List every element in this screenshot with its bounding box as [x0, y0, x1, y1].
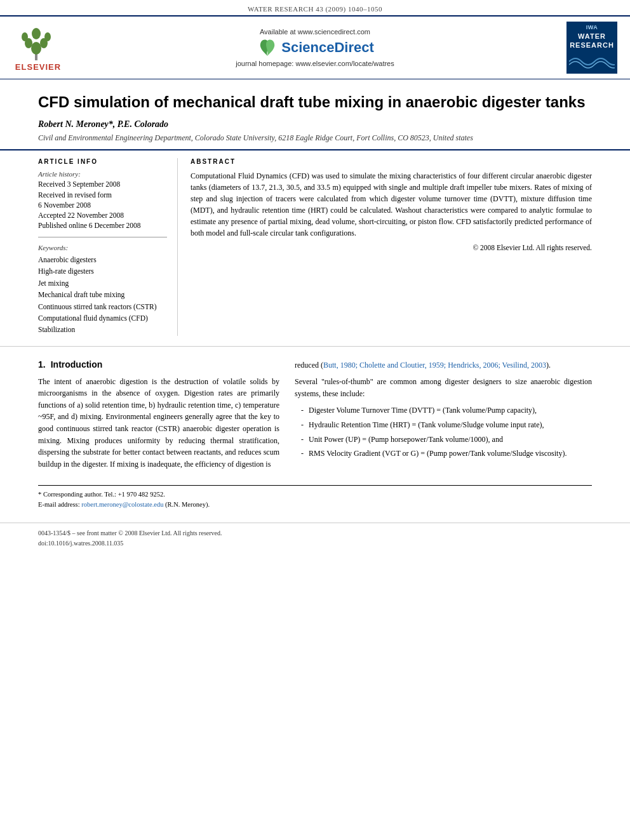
sciencedirect-leaves-icon	[256, 38, 279, 57]
elsevier-label: ELSEVIER	[15, 62, 61, 72]
intro-para3: Several "rules-of-thumb" are common amon…	[295, 376, 592, 399]
wr-wave-icon	[569, 52, 615, 71]
bullet-item: RMS Velocity Gradient (VGT or G) = (Pump…	[301, 448, 592, 460]
elsevier-logo: ELSEVIER	[13, 24, 64, 72]
abstract-paragraph: Computational Fluid Dynamics (CFD) was u…	[191, 170, 592, 239]
svg-point-6	[32, 28, 41, 39]
footnote-corresponding: * Corresponding author. Tel.: +1 970 482…	[38, 490, 592, 500]
introduction-right: reduced (Butt, 1980; Cholette and Clouti…	[295, 359, 592, 476]
journal-homepage: journal homepage: www.elsevier.com/locat…	[236, 60, 394, 67]
info-divider	[38, 237, 167, 237]
bullet-item: Unit Power (UP) = (Pump horsepower/Tank …	[301, 434, 592, 446]
bottom-bar: 0043-1354/$ – see front matter © 2008 El…	[0, 523, 630, 554]
svg-point-1	[31, 42, 41, 55]
footnote-email-suffix: (R.N. Meroney).	[163, 501, 210, 508]
page-wrapper: WATER RESEARCH 43 (2009) 1040–1050 ELSEV…	[0, 0, 630, 840]
sciencedirect-logo: ScienceDirect	[256, 38, 374, 57]
elsevier-tree-icon	[16, 24, 60, 62]
keyword-item: Anaerobic digesters	[38, 254, 167, 265]
wr-title: WATERRESEARCH	[569, 32, 615, 50]
footnote-section: * Corresponding author. Tel.: +1 970 482…	[38, 485, 592, 510]
bullet-item: Digester Volume Turnover Time (DVTT) = (…	[301, 404, 592, 417]
sciencedirect-text: ScienceDirect	[281, 39, 374, 56]
keyword-item: Jet mixing	[38, 277, 167, 289]
rules-of-thumb-list: Digester Volume Turnover Time (DVTT) = (…	[295, 404, 592, 459]
history-label: Article history:	[38, 170, 167, 178]
intro-para1: The intent of anaerobic digestion is the…	[38, 376, 279, 470]
keyword-item: Computational fluid dynamics (CFD)	[38, 312, 167, 324]
top-banner: ELSEVIER Available at www.sciencedirect.…	[0, 15, 630, 79]
article-info-col: ARTICLE INFO Article history: Received 3…	[38, 158, 178, 335]
issn-text: 0043-1354/$ – see front matter © 2008 El…	[38, 528, 592, 538]
received1: Received 3 September 2008	[38, 179, 167, 189]
intro-para2: reduced (Butt, 1980; Cholette and Clouti…	[295, 359, 592, 371]
keyword-item: Continuous stirred tank reactors (CSTR)	[38, 301, 167, 312]
abstract-heading: ABSTRACT	[191, 158, 592, 165]
footnote-email: E-mail address: robert.meroney@colostate…	[38, 500, 592, 510]
published: Published online 6 December 2008	[38, 220, 167, 230]
affiliation: Civil and Environmental Engineering Depa…	[38, 133, 592, 143]
introduction-body-left: The intent of anaerobic digestion is the…	[38, 376, 279, 470]
journal-header: WATER RESEARCH 43 (2009) 1040–1050	[0, 0, 630, 15]
received2: Received in revised form	[38, 190, 167, 200]
keywords-list: Anaerobic digestersHigh-rate digestersJe…	[38, 254, 167, 336]
ref-butt: Butt, 1980; Cholette and Cloutier, 1959;…	[323, 361, 546, 370]
water-research-badge: IWA WATERRESEARCH	[566, 22, 617, 74]
journal-header-text: WATER RESEARCH 43 (2009) 1040–1050	[248, 5, 382, 13]
abstract-col: ABSTRACT Computational Fluid Dynamics (C…	[191, 158, 592, 335]
article-title-section: CFD simulation of mechanical draft tube …	[0, 79, 630, 150]
authors: Robert N. Meroney*, P.E. Colorado	[38, 119, 592, 130]
article-info-heading: ARTICLE INFO	[38, 158, 167, 165]
section-title-introduction: 1. Introduction	[38, 359, 279, 370]
keywords-label: Keywords:	[38, 244, 167, 251]
keyword-item: Stabilization	[38, 324, 167, 335]
wr-wave-graphic	[569, 52, 615, 71]
available-text: Available at www.sciencedirect.com	[260, 28, 370, 36]
svg-point-4	[22, 32, 28, 41]
abstract-text: Computational Fluid Dynamics (CFD) was u…	[191, 170, 592, 239]
keyword-item: Mechanical draft tube mixing	[38, 289, 167, 300]
article-info-abstract-section: ARTICLE INFO Article history: Received 3…	[0, 150, 630, 346]
keyword-item: High-rate digesters	[38, 265, 167, 277]
accepted: Accepted 22 November 2008	[38, 210, 167, 220]
doi-text: doi:10.1016/j.watres.2008.11.035	[38, 538, 592, 549]
author-names: Robert N. Meroney*, P.E. Colorado	[38, 119, 168, 129]
main-content: 1. Introduction The intent of anaerobic …	[0, 347, 630, 476]
section-title-text: Introduction	[51, 359, 103, 370]
center-logos: Available at www.sciencedirect.com Scien…	[70, 28, 560, 67]
wr-subtitle: IWA	[569, 24, 615, 32]
received2b: 6 November 2008	[38, 200, 167, 210]
footnote-email-address: robert.meroney@colostate.edu	[81, 501, 163, 508]
copyright-text: © 2008 Elsevier Ltd. All rights reserved…	[191, 244, 592, 251]
svg-point-5	[44, 32, 51, 41]
introduction-left: 1. Introduction The intent of anaerobic …	[38, 359, 279, 476]
article-main-title: CFD simulation of mechanical draft tube …	[38, 92, 592, 112]
bullet-item: Hydraulic Retention Time (HRT) = (Tank v…	[301, 419, 592, 431]
section-number: 1.	[38, 359, 46, 370]
introduction-body-right: reduced (Butt, 1980; Cholette and Clouti…	[295, 359, 592, 460]
footnote-email-label: E-mail address:	[38, 501, 81, 508]
